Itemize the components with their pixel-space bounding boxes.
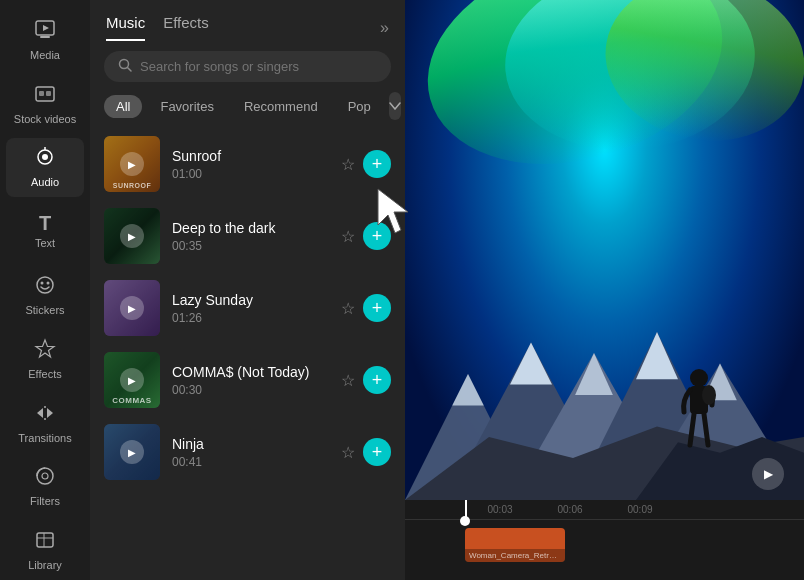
favorite-btn[interactable]: ☆ [341,299,355,318]
add-track-btn[interactable]: + [363,366,391,394]
play-overlay: ▶ [104,280,160,336]
track-name: Ninja [172,436,341,452]
filter-more-btn[interactable] [389,92,401,120]
music-panel: Music Effects » All Favorites Recommend … [90,0,405,580]
sidebar-item-transitions[interactable]: Transitions [6,393,84,453]
filter-all[interactable]: All [104,95,142,118]
sidebar-item-library[interactable]: Library [6,520,84,580]
filter-recommend[interactable]: Recommend [232,95,330,118]
search-box [104,51,391,82]
track-actions: ☆ + [341,294,391,322]
track-info: COMMA$ (Not Today) 00:30 [172,364,341,397]
add-track-btn[interactable]: + [363,222,391,250]
track-thumbnail: ▶ [104,280,160,336]
svg-line-21 [128,68,132,72]
playhead[interactable] [465,500,467,519]
timeline-mark: 00:06 [535,504,605,515]
track-item[interactable]: ▶ Ninja 00:41 ☆ + [90,416,405,488]
add-track-btn[interactable]: + [363,438,391,466]
favorite-btn[interactable]: ☆ [341,227,355,246]
track-actions: ☆ + [341,438,391,466]
svg-marker-12 [36,340,54,357]
track-item[interactable]: ▶ Lazy Sunday 01:26 ☆ + [90,272,405,344]
transitions-icon [34,402,56,428]
track-duration: 01:00 [172,167,341,181]
filter-pop[interactable]: Pop [336,95,383,118]
sidebar-item-stickers[interactable]: Stickers [6,265,84,325]
sidebar-item-label-stickers: Stickers [25,304,64,316]
track-thumbnail: ▶ [104,208,160,264]
sidebar-item-label-filters: Filters [30,495,60,507]
library-icon [34,529,56,555]
svg-point-34 [690,369,708,387]
sidebar-item-text[interactable]: T Text [6,201,84,261]
favorite-btn[interactable]: ☆ [341,371,355,390]
tab-music[interactable]: Music [106,14,145,41]
favorite-btn[interactable]: ☆ [341,155,355,174]
sidebar-item-label-media: Media [30,49,60,61]
track-info: Deep to the dark 00:35 [172,220,341,253]
sidebar-item-label-stock: Stock videos [14,113,76,125]
stock-icon [34,83,56,109]
track-info: Ninja 00:41 [172,436,341,469]
video-play-btn[interactable]: ▶ [752,458,784,490]
video-preview: ▶ [405,0,804,500]
panel-header: Music Effects » [90,0,405,41]
track-list: ▶ SUNROOF Sunroof 01:00 ☆ + ▶ Deep to th… [90,128,405,580]
sidebar: Media Stock videos Audio T Text [0,0,90,580]
figure-silhouette [674,360,724,450]
timeline-track-area: Woman_Camera_Retro_Looking_At_Camera_By_… [405,520,804,570]
play-small-btn[interactable]: ▶ [120,224,144,248]
track-info: Lazy Sunday 01:26 [172,292,341,325]
sidebar-item-label-effects: Effects [28,368,61,380]
svg-marker-28 [510,343,552,385]
filter-row: All Favorites Recommend Pop [90,92,405,128]
sidebar-item-media[interactable]: Media [6,10,84,70]
track-thumbnail: ▶ COMMAS [104,352,160,408]
tab-effects[interactable]: Effects [163,14,209,41]
add-track-btn[interactable]: + [363,150,391,178]
play-small-btn[interactable]: ▶ [120,368,144,392]
sidebar-item-effects[interactable]: Effects [6,329,84,389]
track-actions: ☆ + [341,222,391,250]
track-actions: ☆ + [341,366,391,394]
track-thumbnail: ▶ [104,424,160,480]
svg-rect-1 [40,36,50,38]
timeline-clip-label: Woman_Camera_Retro_Looking_At_Camera_By_… [465,549,565,562]
svg-marker-2 [43,25,49,31]
play-small-btn[interactable]: ▶ [120,440,144,464]
sidebar-item-label-audio: Audio [31,176,59,188]
track-duration: 00:35 [172,239,341,253]
search-input[interactable] [140,59,377,74]
track-name: Deep to the dark [172,220,341,236]
sidebar-item-audio[interactable]: Audio [6,138,84,198]
svg-rect-5 [46,91,51,96]
play-small-btn[interactable]: ▶ [120,296,144,320]
track-item[interactable]: ▶ SUNROOF Sunroof 01:00 ☆ + [90,128,405,200]
mountains [405,225,804,500]
track-item[interactable]: ▶ COMMAS COMMA$ (Not Today) 00:30 ☆ + [90,344,405,416]
track-info: Sunroof 01:00 [172,148,341,181]
svg-marker-27 [452,374,484,406]
filter-favorites[interactable]: Favorites [148,95,225,118]
svg-point-11 [47,282,50,285]
thumb-label: COMMAS [104,396,160,405]
play-small-btn[interactable]: ▶ [120,152,144,176]
sidebar-item-filters[interactable]: Filters [6,456,84,516]
preview-area: ▶ 00:03 00:06 00:09 Woman_Camera_Retro_L… [405,0,804,580]
timeline-clip[interactable]: Woman_Camera_Retro_Looking_At_Camera_By_… [465,528,565,562]
sidebar-item-stock[interactable]: Stock videos [6,74,84,134]
track-name: Lazy Sunday [172,292,341,308]
svg-point-10 [41,282,44,285]
add-track-btn[interactable]: + [363,294,391,322]
timeline-mark: 00:03 [465,504,535,515]
track-name: Sunroof [172,148,341,164]
track-item[interactable]: ▶ Deep to the dark 00:35 ☆ + [90,200,405,272]
track-duration: 00:30 [172,383,341,397]
thumb-label: SUNROOF [104,182,160,189]
audio-icon [34,146,56,172]
svg-point-7 [42,154,48,160]
favorite-btn[interactable]: ☆ [341,443,355,462]
panel-collapse-btn[interactable]: » [380,19,389,37]
track-duration: 01:26 [172,311,341,325]
